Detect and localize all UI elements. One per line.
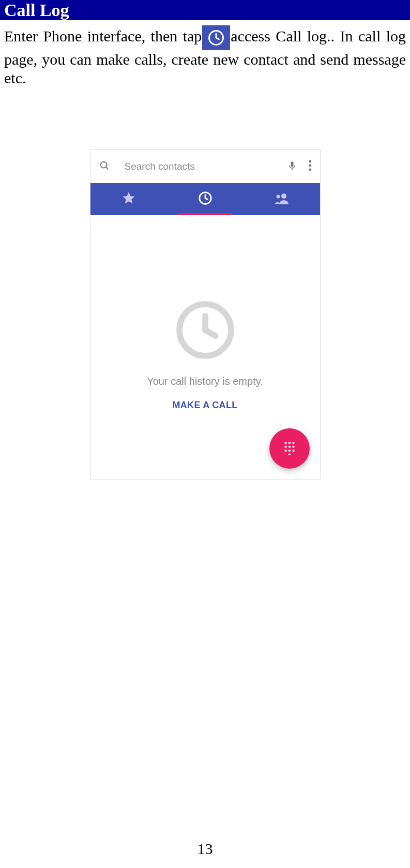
- svg-point-6: [309, 164, 311, 167]
- svg-point-1: [100, 162, 107, 168]
- empty-message: Your call history is empty.: [147, 376, 263, 387]
- dialpad-icon: [282, 440, 297, 457]
- empty-clock-icon: [174, 299, 236, 363]
- svg-point-20: [292, 450, 294, 452]
- svg-point-18: [284, 450, 286, 452]
- empty-state: Your call history is empty. MAKE A CALL: [90, 215, 320, 479]
- star-icon: [122, 191, 136, 207]
- svg-rect-3: [291, 162, 293, 167]
- svg-point-16: [288, 446, 290, 448]
- clock-icon: [202, 25, 230, 50]
- phone-screenshot: Search contacts: [90, 149, 321, 480]
- section-title: Call Log: [4, 1, 69, 20]
- svg-point-14: [292, 442, 294, 444]
- clock-icon: [198, 190, 213, 208]
- search-placeholder: Search contacts: [122, 161, 276, 172]
- mic-icon[interactable]: [287, 159, 297, 174]
- svg-point-15: [284, 446, 286, 448]
- svg-point-19: [288, 450, 290, 452]
- make-call-button[interactable]: MAKE A CALL: [173, 400, 238, 411]
- body-part-1: Enter Phone interface, then tap: [4, 27, 202, 44]
- section-header: Call Log: [0, 0, 410, 20]
- tab-favorites[interactable]: [90, 183, 167, 215]
- svg-point-21: [288, 454, 290, 455]
- tab-bar: [90, 183, 320, 215]
- page-number: 13: [0, 840, 410, 858]
- search-icon: [99, 160, 110, 173]
- dialpad-fab[interactable]: [269, 428, 310, 469]
- svg-point-10: [276, 195, 280, 199]
- tab-contacts[interactable]: [244, 183, 320, 215]
- overflow-menu-icon[interactable]: [309, 159, 312, 174]
- svg-point-13: [288, 442, 290, 444]
- people-icon: [274, 191, 290, 207]
- body-paragraph: Enter Phone interface, then tap access C…: [0, 20, 410, 87]
- svg-line-2: [106, 167, 108, 169]
- svg-point-5: [309, 160, 311, 163]
- svg-point-17: [292, 446, 294, 448]
- svg-point-9: [281, 193, 286, 199]
- tab-recents[interactable]: [167, 183, 244, 215]
- svg-point-12: [284, 442, 286, 444]
- search-bar[interactable]: Search contacts: [90, 150, 320, 183]
- svg-point-7: [309, 169, 311, 171]
